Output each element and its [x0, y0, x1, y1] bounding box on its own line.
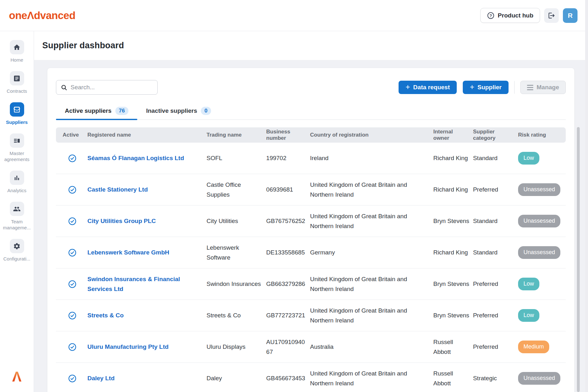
risk-rating-badge: Unassessed — [518, 183, 560, 196]
add-supplier-button[interactable]: + Supplier — [463, 81, 509, 94]
table-header: Active Registered name Trading name Busi… — [56, 127, 566, 143]
sidebar-item-contracts[interactable]: Contracts — [1, 71, 33, 94]
country-of-registration: United Kingdom of Great Britain and Nort… — [307, 306, 431, 326]
manage-button[interactable]: Manage — [520, 81, 566, 94]
tab-count-badge: 76 — [115, 107, 128, 115]
supplier-table-row[interactable]: Lebenswerk Software GmbH Lebenswerk Soft… — [56, 237, 566, 268]
active-check-icon — [68, 248, 77, 257]
page-titlebar: Supplier dashboard — [34, 31, 588, 60]
gear-icon — [13, 242, 21, 250]
registered-name-link[interactable]: Castle Stationery Ltd — [87, 186, 148, 193]
supplier-category: Strategic — [470, 373, 515, 383]
tab-count-badge: 0 — [201, 107, 211, 115]
supplier-table-row[interactable]: Uluru Manufacturing Pty Ltd Uluru Displa… — [56, 331, 566, 363]
internal-owner: Bryn Stevens — [430, 216, 470, 226]
country-of-registration: Ireland — [307, 153, 431, 163]
internal-owner: Richard King — [430, 185, 470, 194]
col-trading-name: Trading name — [204, 132, 263, 138]
supplier-category: Preferred — [470, 342, 515, 352]
app-header: oneΛdvanced ? Product hub R — [0, 0, 588, 31]
sidebar-item-suppliers[interactable]: Suppliers — [1, 102, 33, 125]
tabs: Active suppliers 76 Inactive suppliers 0 — [56, 104, 566, 120]
sidebar-item-configuration[interactable]: Configurati... — [1, 239, 33, 262]
storefront-icon — [13, 106, 21, 113]
registered-name-link[interactable]: Séamas Ó Flanagan Logistics Ltd — [87, 155, 184, 161]
registered-name-link[interactable]: Uluru Manufacturing Pty Ltd — [87, 343, 168, 350]
business-number: GB767576252 — [263, 216, 307, 226]
active-check-icon — [68, 186, 77, 194]
toolbar-actions: + Data request + Supplier Manage — [399, 81, 566, 94]
internal-owner: Bryn Stevens — [430, 310, 470, 320]
country-of-registration: Australia — [307, 342, 431, 352]
internal-owner: Richard King — [430, 153, 470, 163]
sidebar-item-home[interactable]: Home — [1, 40, 33, 63]
logout-button[interactable] — [544, 8, 559, 23]
sidebar-item-label: Suppliers — [6, 119, 28, 125]
registered-name-link[interactable]: Daley Ltd — [87, 375, 115, 382]
active-check-icon — [68, 311, 77, 320]
tab-inactive-suppliers[interactable]: Inactive suppliers 0 — [137, 104, 220, 119]
trading-name: Streets & Co — [204, 310, 263, 320]
risk-rating-badge: Low — [518, 152, 539, 165]
sidebar-item-label: Configurati... — [3, 256, 30, 262]
product-hub-label: Product hub — [498, 12, 533, 19]
sidebar-item-analytics[interactable]: Analytics — [1, 171, 33, 193]
supplier-table-row[interactable]: City Utilities Group PLC City Utilities … — [56, 206, 566, 237]
plus-icon: + — [470, 83, 474, 91]
product-hub-button[interactable]: ? Product hub — [480, 8, 540, 23]
logo-a-mark: Λ — [27, 10, 34, 21]
plus-icon: + — [406, 83, 410, 91]
sidebar-item-label: Analytics — [7, 187, 26, 193]
data-request-button[interactable]: + Data request — [399, 81, 457, 94]
oneadvanced-logo: oneΛdvanced — [9, 10, 75, 22]
tab-active-suppliers[interactable]: Active suppliers 76 — [56, 104, 137, 119]
risk-rating-badge: Low — [518, 278, 539, 290]
supplier-table-row[interactable]: Séamas Ó Flanagan Logistics Ltd SOFL 199… — [56, 143, 566, 174]
search-input[interactable] — [71, 84, 153, 91]
trading-name: City Utilities — [204, 216, 263, 226]
search-box[interactable] — [56, 80, 158, 95]
analytics-icon — [13, 174, 21, 182]
tab-label: Inactive suppliers — [146, 107, 197, 114]
supplier-table-row[interactable]: Swindon Insurances & Financial Services … — [56, 268, 566, 300]
supplier-category: Standard — [470, 216, 515, 226]
list-scrollbar-thumb[interactable] — [577, 127, 580, 392]
sidebar-item-team-management[interactable]: Team manageme... — [1, 202, 33, 231]
contracts-icon — [13, 75, 21, 82]
business-number: GB456673453 — [263, 373, 307, 383]
supplier-category: Preferred — [470, 279, 515, 289]
col-active: Active — [56, 132, 81, 138]
main-content: Supplier dashboard + Data request + Supp… — [34, 31, 588, 392]
trading-name: Swindon Insurances — [204, 279, 263, 289]
supplier-category: Preferred — [470, 310, 515, 320]
registered-name-link[interactable]: City Utilities Group PLC — [87, 218, 156, 224]
risk-rating-badge: Unassessed — [518, 372, 560, 385]
trading-name: SOFL — [204, 153, 263, 163]
user-avatar[interactable]: R — [563, 8, 578, 23]
country-of-registration: United Kingdom of Great Britain and Nort… — [307, 274, 431, 294]
sidebar-item-label: Contracts — [7, 88, 27, 94]
page-title: Supplier dashboard — [42, 41, 124, 51]
trading-name: Uluru Displays — [204, 342, 263, 352]
registered-name-link[interactable]: Streets & Co — [87, 312, 124, 319]
supplier-table-row[interactable]: Castle Stationery Ltd Castle Office Supp… — [56, 174, 566, 206]
country-of-registration: Germany — [307, 247, 431, 257]
internal-owner: Richard King — [430, 247, 470, 257]
risk-rating-badge: Medium — [518, 341, 549, 353]
home-icon — [13, 44, 21, 51]
col-country: Country of registration — [307, 132, 431, 138]
supplier-category: Standard — [470, 247, 515, 257]
active-check-icon — [68, 374, 77, 383]
trading-name: Castle Office Supplies — [204, 180, 263, 200]
risk-rating-badge: Unassessed — [518, 246, 560, 259]
supplier-table-row[interactable]: Daley Ltd Daley GB456673453 United Kingd… — [56, 363, 566, 392]
registered-name-link[interactable]: Swindon Insurances & Financial Services … — [87, 276, 180, 292]
supplier-table-row[interactable]: Streets & Co Streets & Co GB772723721 Un… — [56, 300, 566, 331]
col-registered-name: Registered name — [81, 132, 204, 138]
sidebar-item-master-agreements[interactable]: Master agreements — [1, 133, 33, 162]
help-icon: ? — [487, 12, 495, 19]
registered-name-link[interactable]: Lebenswerk Software GmbH — [87, 249, 169, 256]
business-number: 199702 — [263, 153, 307, 163]
active-check-icon — [68, 343, 77, 351]
window-scrollbar-track[interactable] — [585, 0, 588, 392]
